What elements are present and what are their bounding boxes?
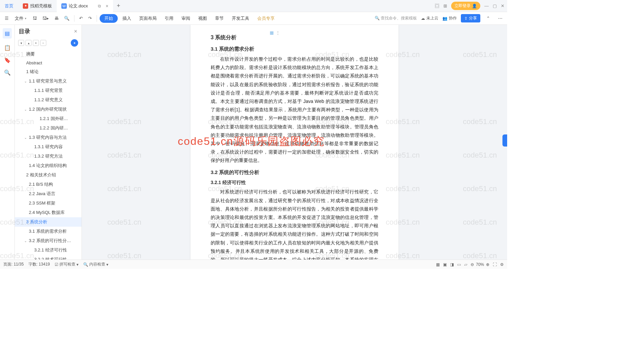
outline-item[interactable]: 2.1 B/S 结构 <box>15 180 82 189</box>
tab-document[interactable]: W 论文.docx ⧉ × <box>57 0 113 12</box>
outline-item-label: 2.4 MySQL 数据库 <box>29 210 65 216</box>
ribbon-tab-view[interactable]: 视图 <box>195 13 210 23</box>
outline-item[interactable]: 3.2.2 技术可行性 <box>15 255 82 260</box>
view-mode-4-icon[interactable]: ▭ <box>457 262 461 267</box>
ai-badge-icon[interactable]: ✦ <box>71 39 78 47</box>
outline-item-label: 2.1 B/S 结构 <box>29 181 53 187</box>
add-icon[interactable]: + <box>33 40 39 46</box>
tab-add-button[interactable]: + <box>113 2 124 9</box>
outline-item-label: 2 相关技术介绍 <box>26 172 56 178</box>
right-drawer-tab[interactable] <box>502 134 507 147</box>
remove-icon[interactable]: − <box>40 40 46 46</box>
undo-icon[interactable]: ↶ <box>77 14 85 22</box>
spellcheck-button[interactable]: ☑拼写检查 ▾ <box>55 262 78 267</box>
outline-item[interactable]: 1.2.2 国内研… <box>15 123 82 133</box>
outline-item[interactable]: 2.4 MySQL 数据库 <box>15 208 82 217</box>
ribbon-tab-member[interactable]: 会员专享 <box>254 13 278 23</box>
document-area[interactable]: ▦ ⋮ 3 系统分析 3.1 系统的需求分析 在软件设计开发的整个过程中，需求分… <box>82 25 507 260</box>
window-mode-icon[interactable]: ⧉ <box>98 4 101 8</box>
outline-item[interactable]: 3 系统分析 <box>15 217 82 227</box>
outline-item[interactable]: 2 相关技术介绍 <box>15 170 82 180</box>
maximize-icon[interactable]: ▢ <box>493 3 497 8</box>
preview-icon[interactable]: 🔍 <box>62 14 71 22</box>
tab-template[interactable]: ✦ 找稻壳模板 <box>18 0 57 12</box>
menu-icon[interactable]: ☰ <box>3 14 11 22</box>
login-button[interactable]: 立即登录👤 <box>451 2 480 10</box>
save-icon[interactable]: 🖫 <box>31 14 39 22</box>
zoom-out-icon[interactable]: ⊖ <box>471 262 474 267</box>
chevron-down-icon: ⌄ <box>24 108 28 111</box>
outline-item-label: 1.3.1 研究内容 <box>34 144 63 150</box>
outline-icon[interactable]: ▤ <box>3 28 12 39</box>
clipboard-icon[interactable]: 📋 <box>4 45 11 51</box>
settings-icon[interactable]: ⚙ <box>500 262 504 267</box>
ribbon-tab-chapter[interactable]: 章节 <box>212 13 227 23</box>
page-menu-icon[interactable]: ⋮ <box>276 30 280 35</box>
outline-item[interactable]: ⌄1.3 研究内容与方法 <box>15 133 82 142</box>
outline-item-label: 1.2.1 国外研… <box>40 116 68 122</box>
page-doc-icon[interactable]: ▦ <box>270 30 274 35</box>
content-check-button[interactable]: 🔍内容检查 ▾ <box>83 262 108 267</box>
outline-item[interactable]: 3.2.1 经济可行性 <box>15 245 82 255</box>
saveas-icon[interactable]: 🖫▸ <box>40 14 51 22</box>
outline-item[interactable]: 1.3.2 研究方法 <box>15 152 82 161</box>
outline-item-label: 1.2.2 国内研… <box>40 125 68 131</box>
ribbon-tab-layout[interactable]: 页面布局 <box>136 13 160 23</box>
share-button[interactable]: ⇪分享 <box>461 14 480 22</box>
content-check-icon: 🔍 <box>83 262 88 267</box>
outline-item[interactable]: 1.3.1 研究内容 <box>15 142 82 152</box>
collapse-all-icon[interactable]: ▾ <box>18 40 24 46</box>
zoom-in-icon[interactable]: ⊕ <box>486 262 489 267</box>
expand-all-icon[interactable]: ▴ <box>25 40 32 46</box>
outline-list[interactable]: 摘要Abstract1 绪论⌄1.1 研究背景与意义1.1.1 研究背景1.1.… <box>15 48 82 260</box>
bookmark-icon[interactable]: 🔖 <box>4 57 11 63</box>
print-icon[interactable]: 🖶 <box>52 14 61 22</box>
ribbon-tab-devtools[interactable]: 开发工具 <box>228 13 253 23</box>
chevron-down-icon: ⌄ <box>24 239 28 243</box>
outline-item[interactable]: 2.2 Java 语言 <box>15 189 82 198</box>
close-window-icon[interactable]: ✕ <box>501 3 504 8</box>
outline-item-label: 3.2 系统的可行性分… <box>29 238 71 244</box>
collab-button[interactable]: 👥协作 <box>442 15 457 21</box>
minimize-icon[interactable]: — <box>484 3 489 8</box>
page: 3 系统分析 3.1 系统的需求分析 在软件设计开发的整个过程中，需求分析占用的… <box>191 25 398 260</box>
view-mode-2-icon[interactable]: ▣ <box>443 262 447 267</box>
share-icon: ⇪ <box>464 16 468 21</box>
zoom-level[interactable]: 70% <box>476 262 484 267</box>
outline-item[interactable]: ⌄1.1 研究背景与意义 <box>15 76 82 86</box>
view-mode-3-icon[interactable]: ◨ <box>450 262 454 267</box>
outline-item[interactable]: Abstract <box>15 59 82 67</box>
layout-icon[interactable]: ⿴ <box>435 3 439 8</box>
page-status[interactable]: 页面: 11/35 <box>3 262 24 267</box>
outline-item[interactable]: ⌄3.2 系统的可行性分… <box>15 236 82 245</box>
outline-item[interactable]: 摘要 <box>15 49 82 59</box>
view-mode-1-icon[interactable]: ▦ <box>436 262 440 267</box>
apps-icon[interactable]: ⊞ <box>443 3 447 8</box>
tab-home[interactable]: 首页 <box>0 0 18 12</box>
ribbon-tab-review[interactable]: 审阅 <box>178 13 194 23</box>
cloud-button[interactable]: ☁未上云 <box>421 15 438 21</box>
close-icon[interactable]: × <box>106 3 108 9</box>
fit-icon[interactable]: ⛶ <box>493 262 497 267</box>
outline-item[interactable]: 3.1 系统的需求分析 <box>15 227 82 236</box>
ribbon-tab-insert[interactable]: 插入 <box>119 13 135 23</box>
outline-item[interactable]: 1.1.2 研究意义 <box>15 95 82 105</box>
ribbon-tab-start[interactable]: 开始 <box>100 14 118 23</box>
search-input[interactable]: 🔍 查找命令、搜索模板 <box>375 15 417 21</box>
outline-item[interactable]: 1 绪论 <box>15 67 82 76</box>
word-count[interactable]: 字数: 13419 <box>29 262 50 267</box>
close-outline-icon[interactable]: ✕ <box>74 29 77 34</box>
outline-item[interactable]: 1.2.1 国外研… <box>15 114 82 123</box>
view-mode-5-icon[interactable]: ▱ <box>464 262 467 267</box>
file-menu[interactable]: 文件 ▾ <box>12 14 29 23</box>
outline-item[interactable]: 2.3 SSM 框架 <box>15 198 82 208</box>
more-icon[interactable]: ⋯ <box>496 14 504 22</box>
outline-item[interactable]: ⌄1.2 国内外研究现状 <box>15 105 82 114</box>
collapse-ribbon-icon[interactable]: ⌃ <box>484 14 492 22</box>
ribbon-tab-reference[interactable]: 引用 <box>161 13 177 23</box>
search-rail-icon[interactable]: 🔍 <box>4 69 11 76</box>
outline-item-label: 3 系统分析 <box>26 219 47 225</box>
outline-item[interactable]: 1.1.1 研究背景 <box>15 86 82 95</box>
outline-item[interactable]: 1.4 论文的组织结构 <box>15 161 82 170</box>
redo-icon[interactable]: ↷ <box>86 14 94 22</box>
